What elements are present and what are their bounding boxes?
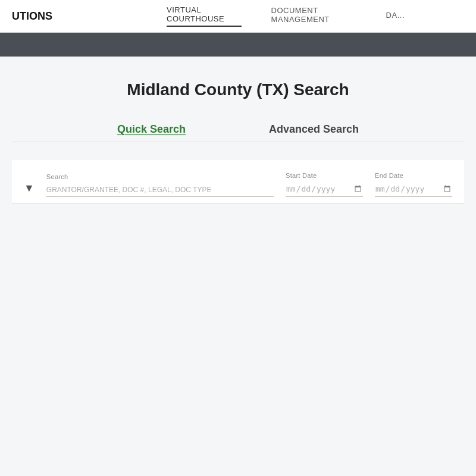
search-row: ▼ Search Start Date End Date <box>24 172 452 197</box>
search-tabs: Quick Search Advanced Search <box>12 123 464 142</box>
page-title: Midland County (TX) Search <box>12 80 464 99</box>
nav-link-document-management[interactable]: DOCUMENT MANAGEMENT <box>271 6 356 26</box>
nav-link-dashboard[interactable]: DA... <box>386 11 405 22</box>
start-date-input[interactable] <box>286 181 363 197</box>
navbar: UTIONS VIRTUAL COURTHOUSE DOCUMENT MANAG… <box>0 0 476 33</box>
end-date-input[interactable] <box>375 181 452 197</box>
start-date-label: Start Date <box>286 172 363 179</box>
search-input[interactable] <box>46 183 274 197</box>
search-field-group: Search <box>46 173 274 197</box>
nav-links: VIRTUAL COURTHOUSE DOCUMENT MANAGEMENT D… <box>167 5 405 27</box>
nav-logo: UTIONS <box>12 10 52 23</box>
tab-advanced-search[interactable]: Advanced Search <box>269 123 359 142</box>
search-form: ▼ Search Start Date End Date <box>12 160 464 203</box>
search-type-dropdown-icon[interactable]: ▼ <box>24 182 35 195</box>
nav-link-virtual-courthouse[interactable]: VIRTUAL COURTHOUSE <box>167 5 242 27</box>
end-date-field-group: End Date <box>375 172 452 197</box>
start-date-field-group: Start Date <box>286 172 363 197</box>
sub-banner <box>0 33 476 57</box>
search-label: Search <box>46 173 274 180</box>
tab-quick-search[interactable]: Quick Search <box>117 123 186 142</box>
end-date-label: End Date <box>375 172 452 179</box>
main-content: Midland County (TX) Search Quick Search … <box>0 57 476 476</box>
